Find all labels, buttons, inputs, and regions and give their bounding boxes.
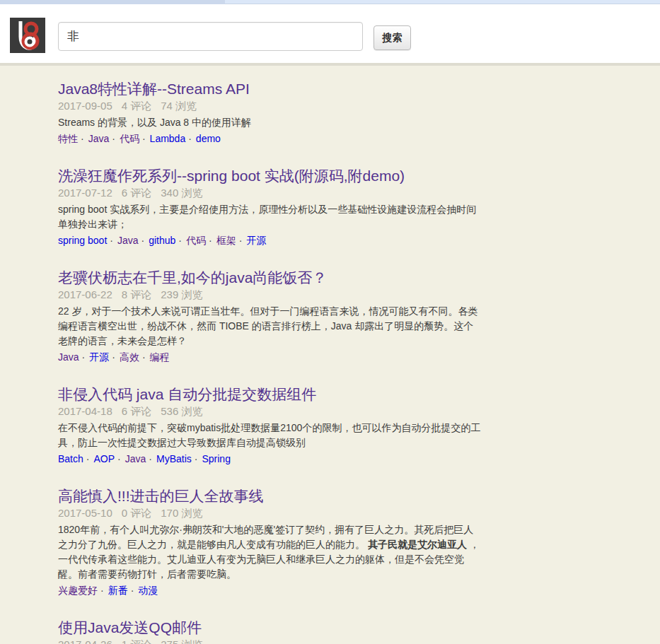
post-comments: 4 评论 <box>122 100 152 112</box>
post-tag-link[interactable]: 高效 <box>120 351 139 363</box>
post-title-link[interactable]: Java8特性详解--Streams API <box>58 81 250 97</box>
post-comments: 6 评论 <box>122 187 152 199</box>
post-tags: Java·开源·高效·编程 <box>58 351 482 363</box>
tag-separator: · <box>141 235 145 246</box>
post-date: 2017-04-18 <box>58 405 112 417</box>
post-summary: Streams 的背景，以及 Java 8 中的使用详解 <box>58 115 482 130</box>
post-tag-link[interactable]: AOP <box>93 453 115 464</box>
post-tag-link[interactable]: 新番 <box>108 585 128 596</box>
post-title-link[interactable]: 老骥伏枥志在千里,如今的java尚能饭否？ <box>58 269 327 286</box>
tag-separator: · <box>112 133 115 144</box>
post-meta: 2017-09-054 评论74 浏览 <box>58 100 482 111</box>
post-item: 使用Java发送QQ邮件 2017-04-261 评论275 浏览 java通过… <box>58 620 482 644</box>
post-views: 340 浏览 <box>161 187 202 199</box>
post-summary: spring boot 实战系列，主要是介绍使用方法，原理性分析以及一些基础性设… <box>58 202 482 232</box>
post-title-link[interactable]: 非侵入代码 java 自动分批提交数据组件 <box>58 386 316 402</box>
post-tag-link[interactable]: spring boot <box>58 235 107 246</box>
post-title: 高能慎入!!!进击的巨人全故事线 <box>58 488 482 504</box>
post-tag-link[interactable]: Java <box>88 133 110 144</box>
post-item: 非侵入代码 java 自动分批提交数据组件 2017-04-186 评论536 … <box>58 387 482 465</box>
tag-separator: · <box>209 235 212 246</box>
post-title-link[interactable]: 洗澡狂魔作死系列--spring boot 实战(附源码,附demo) <box>58 168 405 184</box>
post-title: 非侵入代码 java 自动分批提交数据组件 <box>58 387 482 402</box>
post-tag-link[interactable]: 开源 <box>246 235 266 246</box>
tag-separator: · <box>110 235 113 246</box>
post-comments: 8 评论 <box>122 288 152 300</box>
post-tag-link[interactable]: 代码 <box>120 133 139 144</box>
post-title: 使用Java发送QQ邮件 <box>58 620 482 636</box>
post-title-link[interactable]: 使用Java发送QQ邮件 <box>58 619 202 636</box>
summary-text: 22 岁，对于一个技术人来说可谓正当壮年。但对于一门编程语言来说，情况可能又有不… <box>58 305 477 346</box>
post-tag-link[interactable]: 特性 <box>58 133 78 144</box>
summary-text: Streams 的背景，以及 Java 8 中的使用详解 <box>58 117 251 128</box>
tag-separator: · <box>195 453 198 464</box>
post-title: 洗澡狂魔作死系列--spring boot 实战(附源码,附demo) <box>58 168 482 184</box>
tag-separator: · <box>178 235 182 246</box>
post-date: 2017-06-22 <box>58 288 112 300</box>
search-button[interactable]: 搜索 <box>374 25 411 50</box>
post-meta: 2017-06-228 评论239 浏览 <box>58 289 482 300</box>
post-tags: 特性·Java·代码·Lambda·demo <box>58 133 482 145</box>
tag-separator: · <box>117 453 121 464</box>
post-date: 2017-07-12 <box>58 187 112 199</box>
post-views: 170 浏览 <box>161 507 202 519</box>
post-item: 高能慎入!!!进击的巨人全故事线 2017-05-100 评论170 浏览 18… <box>58 488 482 597</box>
post-comments: 6 评论 <box>122 405 152 417</box>
summary-text: 在不侵入代码的前提下，突破mybatis批处理数据量2100个的限制，也可以作为… <box>58 422 480 448</box>
tag-separator: · <box>142 133 146 144</box>
post-title: Java8特性详解--Streams API <box>58 81 482 97</box>
post-summary: 22 岁，对于一个技术人来说可谓正当壮年。但对于一门编程语言来说，情况可能又有不… <box>58 304 482 349</box>
post-meta: 2017-07-126 评论340 浏览 <box>58 187 482 198</box>
post-tag-link[interactable]: Batch <box>58 453 83 464</box>
post-views: 239 浏览 <box>161 288 202 300</box>
tag-separator: · <box>142 351 146 363</box>
post-meta: 2017-04-186 评论536 浏览 <box>58 406 482 416</box>
summary-text: 其子民就是艾尔迪亚人 <box>368 539 467 550</box>
post-summary: 1820年前，有个人叫尤弥尔·弗朗茨和'大地的恶魔'签订了契约，拥有了巨人之力。… <box>58 522 482 582</box>
post-date: 2017-05-10 <box>58 507 112 519</box>
post-title-link[interactable]: 高能慎入!!!进击的巨人全故事线 <box>58 488 264 504</box>
post-item: 洗澡狂魔作死系列--spring boot 实战(附源码,附demo) 2017… <box>58 168 482 247</box>
post-tag-link[interactable]: Spring <box>202 453 230 464</box>
post-tags: Batch·AOP·Java·MyBatis·Spring <box>58 453 482 465</box>
search-input[interactable] <box>58 22 363 51</box>
post-tag-link[interactable]: Java <box>125 453 146 464</box>
post-date: 2017-09-05 <box>58 100 112 112</box>
tag-separator: · <box>86 453 90 464</box>
post-tag-link[interactable]: Java <box>117 235 139 246</box>
post-views: 74 浏览 <box>161 100 197 112</box>
post-tags: spring boot·Java·github·代码·框架·开源 <box>58 235 482 247</box>
post-tag-link[interactable]: 编程 <box>150 351 170 363</box>
post-views: 275 浏览 <box>161 638 202 644</box>
post-title: 老骥伏枥志在千里,如今的java尚能饭否？ <box>58 270 482 286</box>
post-tag-link[interactable]: Java <box>58 351 79 363</box>
post-meta: 2017-05-100 评论170 浏览 <box>58 508 482 518</box>
tag-separator: · <box>188 133 192 144</box>
tag-separator: · <box>131 585 134 596</box>
site-header: 搜索 <box>0 4 660 66</box>
post-tag-link[interactable]: 代码 <box>186 235 206 246</box>
post-views: 536 浏览 <box>161 405 202 417</box>
post-tag-link[interactable]: demo <box>196 133 221 144</box>
tag-separator: · <box>81 133 84 144</box>
post-tag-link[interactable]: 动漫 <box>138 585 158 596</box>
post-comments: 1 评论 <box>122 638 152 644</box>
tag-separator: · <box>239 235 243 246</box>
post-tag-link[interactable]: 开源 <box>89 351 109 363</box>
tag-separator: · <box>82 351 86 363</box>
post-summary: 在不侵入代码的前提下，突破mybatis批处理数据量2100个的限制，也可以作为… <box>58 421 482 450</box>
tag-separator: · <box>149 453 152 464</box>
post-item: Java8特性详解--Streams API 2017-09-054 评论74 … <box>58 81 482 145</box>
post-comments: 0 评论 <box>122 507 152 519</box>
post-tag-link[interactable]: Lambda <box>150 133 186 144</box>
tag-separator: · <box>112 351 115 363</box>
post-tag-link[interactable]: 兴趣爱好 <box>58 585 98 596</box>
tag-separator: · <box>100 585 104 596</box>
post-tag-link[interactable]: 框架 <box>216 235 236 246</box>
summary-text: spring boot 实战系列，主要是介绍使用方法，原理性分析以及一些基础性设… <box>58 204 476 230</box>
post-tag-link[interactable]: MyBatis <box>156 453 192 464</box>
post-tag-link[interactable]: github <box>149 235 175 246</box>
post-tags: 兴趣爱好·新番·动漫 <box>58 585 482 597</box>
site-logo[interactable] <box>10 18 45 53</box>
l8-logo-icon <box>10 18 45 53</box>
